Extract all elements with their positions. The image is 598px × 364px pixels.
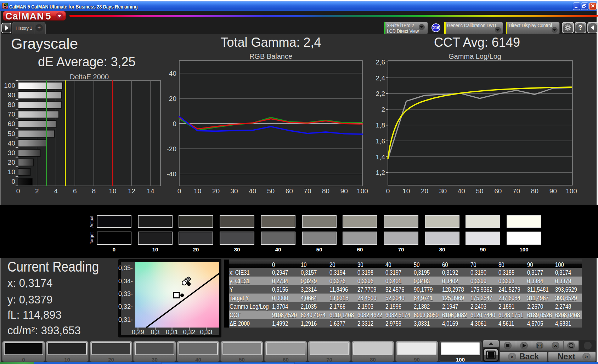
svg-text:0,31-: 0,31- [118, 316, 133, 323]
svg-text:0,29: 0,29 [132, 329, 144, 336]
svg-text:0,3: 0,3 [151, 329, 159, 336]
svg-text:0,32: 0,32 [183, 329, 195, 336]
svg-text:0,33-: 0,33- [118, 290, 133, 297]
svg-text:0,35-: 0,35- [118, 265, 133, 272]
svg-text:0,32-: 0,32- [118, 303, 133, 310]
svg-text:0,33: 0,33 [200, 329, 212, 336]
svg-text:0,34-: 0,34- [118, 278, 133, 285]
svg-text:0,31: 0,31 [166, 329, 178, 336]
